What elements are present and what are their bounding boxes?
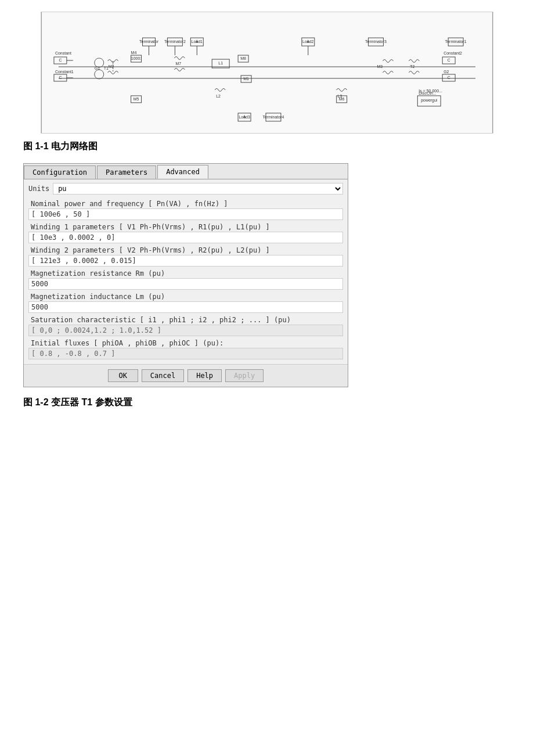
svg-text:L1: L1 bbox=[218, 61, 223, 65]
svg-text:C: C bbox=[448, 75, 450, 80]
field-label-saturation: Saturation characteristic [ i1 , phi1 ; … bbox=[28, 314, 343, 325]
help-button[interactable]: Help bbox=[187, 369, 222, 382]
figure1-caption: 图 1-1 电力网络图 bbox=[23, 141, 511, 153]
svg-text:Terminator2: Terminator2 bbox=[164, 39, 186, 44]
dialog-content: Units pu Nominal power and frequency [ P… bbox=[24, 179, 348, 364]
svg-text:Terminator3: Terminator3 bbox=[365, 39, 387, 44]
svg-text:powergui: powergui bbox=[421, 98, 438, 103]
field-input-winding2[interactable] bbox=[28, 255, 343, 267]
svg-text:M2: M2 bbox=[109, 64, 114, 69]
svg-text:M4: M4 bbox=[131, 51, 137, 55]
field-label-nominal-power: Nominal power and frequency [ Pn(VA) , f… bbox=[28, 198, 343, 208]
svg-text:Terminator1: Terminator1 bbox=[445, 39, 467, 44]
field-input-initial-fluxes bbox=[28, 348, 343, 359]
field-input-mag-inductance[interactable] bbox=[28, 301, 343, 313]
tab-advanced[interactable]: Advanced bbox=[157, 165, 208, 179]
field-initial-fluxes: Initial fluxes [ phiOA , phiOB , phiOC ]… bbox=[28, 337, 343, 359]
svg-point-10 bbox=[95, 70, 104, 79]
svg-text:L2: L2 bbox=[216, 94, 221, 98]
field-input-mag-resistance[interactable] bbox=[28, 278, 343, 290]
field-label-winding2: Winding 2 parameters [ V2 Ph-Ph(Vrms) , … bbox=[28, 244, 343, 255]
svg-text:Terminator4: Terminator4 bbox=[263, 115, 284, 119]
cancel-button[interactable]: Cancel bbox=[142, 369, 184, 382]
svg-text:M6: M6 bbox=[339, 97, 345, 101]
field-mag-inductance: Magnetization inductance Lm (pu) bbox=[28, 291, 343, 313]
tab-parameters[interactable]: Parameters bbox=[97, 165, 156, 179]
svg-text:Is = 50,000...: Is = 50,000... bbox=[418, 89, 442, 93]
field-winding2: Winding 2 parameters [ V2 Ph-Ph(Vrms) , … bbox=[28, 244, 343, 267]
svg-text:M1: M1 bbox=[243, 77, 249, 81]
svg-text:M3: M3 bbox=[377, 64, 383, 69]
svg-text:Constant2: Constant2 bbox=[443, 51, 462, 55]
svg-text:Terminator: Terminator bbox=[139, 39, 159, 44]
field-label-mag-inductance: Magnetization inductance Lm (pu) bbox=[28, 291, 343, 301]
field-label-mag-resistance: Magnetization resistance Rm (pu) bbox=[28, 268, 343, 278]
circuit-diagram: C Constant C Constant1 G1 T1 M2 1000: M4… bbox=[41, 12, 493, 134]
units-label: Units bbox=[28, 185, 49, 193]
tab-bar: Configuration Parameters Advanced bbox=[24, 164, 348, 179]
field-mag-resistance: Magnetization resistance Rm (pu) bbox=[28, 268, 343, 290]
svg-text:Constant: Constant bbox=[55, 51, 71, 55]
svg-text:G2: G2 bbox=[443, 70, 449, 74]
field-saturation: Saturation characteristic [ i1 , phi1 ; … bbox=[28, 314, 343, 336]
svg-text:T2: T2 bbox=[410, 64, 414, 69]
field-input-winding1[interactable] bbox=[28, 232, 343, 243]
ok-button[interactable]: OK bbox=[108, 369, 138, 382]
tab-configuration[interactable]: Configuration bbox=[24, 165, 96, 179]
figure2-caption: 图 1-2 变压器 T1 参数设置 bbox=[23, 397, 511, 409]
units-row: Units pu bbox=[28, 183, 343, 195]
field-nominal-power: Nominal power and frequency [ Pn(VA) , f… bbox=[28, 198, 343, 220]
svg-text:C: C bbox=[59, 58, 62, 62]
field-label-winding1: Winding 1 parameters [ V1 Ph-Ph(Vrms) , … bbox=[28, 221, 343, 232]
units-select[interactable]: pu bbox=[53, 183, 343, 195]
svg-text:G1: G1 bbox=[95, 66, 100, 70]
field-winding1: Winding 1 parameters [ V1 Ph-Ph(Vrms) , … bbox=[28, 221, 343, 243]
svg-text:M5: M5 bbox=[134, 97, 139, 101]
svg-text:1000:: 1000: bbox=[131, 56, 142, 60]
field-input-nominal-power[interactable] bbox=[28, 208, 343, 220]
dialog-box: Configuration Parameters Advanced Units … bbox=[23, 163, 348, 387]
field-input-saturation bbox=[28, 325, 343, 336]
field-label-initial-fluxes: Initial fluxes [ phiOA , phiOB , phiOC ]… bbox=[28, 337, 343, 348]
diagram-container: C Constant C Constant1 G1 T1 M2 1000: M4… bbox=[23, 12, 511, 134]
svg-text:M7: M7 bbox=[175, 62, 181, 66]
svg-text:M8: M8 bbox=[240, 56, 246, 60]
button-row: OK Cancel Help Apply bbox=[24, 364, 348, 387]
svg-text:C: C bbox=[448, 58, 450, 62]
svg-text:C: C bbox=[59, 75, 62, 80]
svg-text:Constant1: Constant1 bbox=[55, 70, 74, 74]
apply-button[interactable]: Apply bbox=[225, 369, 264, 382]
